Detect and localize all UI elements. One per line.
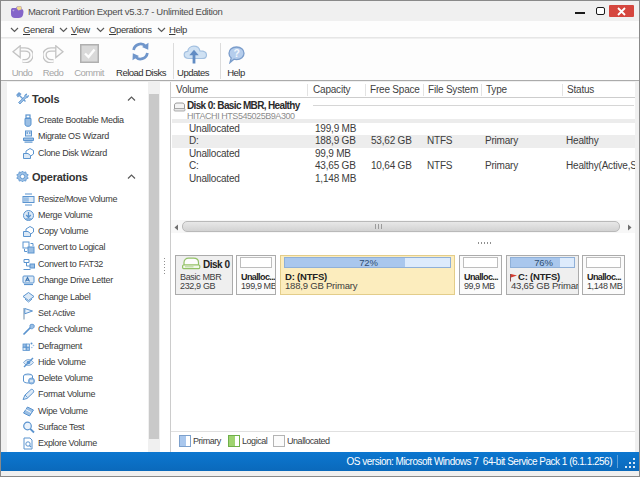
svg-text:?: ?	[233, 47, 239, 59]
